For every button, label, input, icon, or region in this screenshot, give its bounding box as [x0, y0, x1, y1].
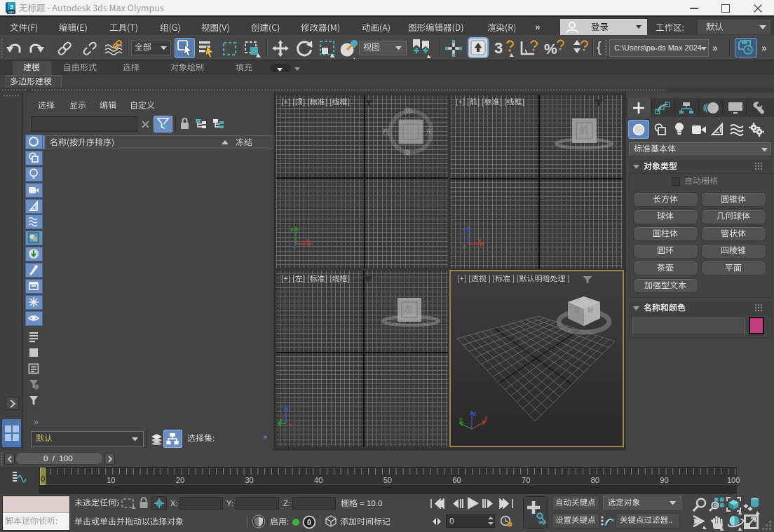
svg-text:y: y: [459, 416, 463, 423]
svg-text:%: %: [544, 41, 557, 57]
svg-text:y: y: [280, 416, 283, 423]
svg-text:z: z: [473, 410, 477, 417]
svg-text:z: z: [288, 405, 292, 412]
svg-text:3: 3: [10, 3, 13, 11]
svg-text:x: x: [289, 421, 292, 428]
svg-text:x: x: [306, 237, 309, 244]
svg-text:y: y: [290, 226, 294, 233]
svg-text:0: 0: [307, 518, 311, 526]
svg-text:z: z: [463, 226, 466, 233]
svg-text:x: x: [484, 414, 487, 421]
svg-text:3: 3: [494, 39, 503, 57]
svg-text:y: y: [463, 243, 466, 250]
svg-text:x: x: [478, 237, 482, 244]
svg-text:MAX: MAX: [8, 11, 15, 14]
svg-text:z: z: [293, 242, 297, 250]
